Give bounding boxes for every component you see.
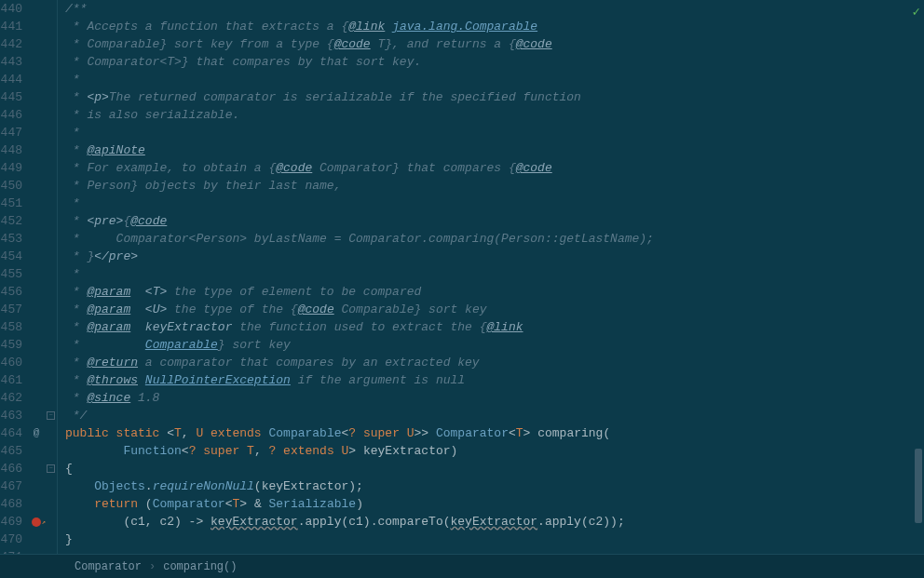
code-line[interactable]: * Comparator<T>} that compares by that s…: [65, 53, 924, 71]
fold-toggle[interactable]: −: [45, 460, 57, 477]
fold-toggle: [45, 265, 57, 283]
code-line[interactable]: *: [65, 195, 924, 212]
gutter-mark: [28, 371, 45, 389]
gutter-mark: [28, 531, 45, 548]
breadcrumb-separator: ›: [149, 560, 156, 573]
code-line[interactable]: */: [65, 407, 924, 424]
gutter-mark: [28, 354, 45, 371]
line-number: 464: [0, 424, 22, 442]
code-line[interactable]: return (Comparator<T> & Serializable): [65, 495, 924, 513]
fold-minus-icon[interactable]: −: [47, 411, 55, 420]
code-editor[interactable]: 4404414424434444454464474484494504514524…: [0, 0, 924, 554]
fold-toggle: [45, 141, 57, 159]
code-line[interactable]: * Comparator<Person> byLastName = Compar…: [65, 230, 924, 248]
line-number: 448: [0, 141, 22, 159]
fold-gutter[interactable]: −−: [45, 0, 58, 554]
code-line[interactable]: * @throws NullPointerException if the ar…: [65, 371, 924, 389]
line-number: 460: [0, 354, 22, 371]
line-number: 440: [0, 0, 22, 18]
code-line[interactable]: * @since 1.8: [65, 389, 924, 407]
line-number: 458: [0, 318, 22, 336]
line-number-gutter: 4404414424434444454464474484494504514524…: [0, 0, 28, 554]
code-line[interactable]: *: [65, 265, 924, 283]
code-line[interactable]: (c1, c2) -> keyExtractor.apply(c1).compa…: [65, 513, 924, 531]
code-line[interactable]: * Person} objects by their last name,: [65, 177, 924, 195]
code-line[interactable]: }: [65, 531, 924, 548]
fold-toggle: [45, 18, 57, 35]
fold-toggle: [45, 513, 57, 531]
gutter-mark: [28, 336, 45, 354]
fold-toggle: [45, 354, 57, 371]
gutter-mark: [28, 71, 45, 88]
gutter-mark: [28, 230, 45, 248]
line-number: 442: [0, 35, 22, 53]
gutter-mark: [28, 389, 45, 407]
fold-toggle: [45, 389, 57, 407]
line-number: 469: [0, 513, 22, 531]
fold-toggle: [45, 35, 57, 53]
code-line[interactable]: public static <T, U extends Comparable<?…: [65, 424, 924, 442]
fold-toggle: [45, 248, 57, 265]
code-line[interactable]: * @apiNote: [65, 141, 924, 159]
line-number: 466: [0, 460, 22, 477]
fold-minus-icon[interactable]: −: [47, 464, 55, 473]
gutter-mark: [28, 477, 45, 495]
code-line[interactable]: * }</pre>: [65, 248, 924, 265]
code-line[interactable]: * For example, to obtain a {@code Compar…: [65, 159, 924, 177]
fold-toggle: [45, 424, 57, 442]
code-line[interactable]: * is also serializable.: [65, 106, 924, 124]
code-line[interactable]: * Accepts a function that extracts a {@l…: [65, 18, 924, 35]
line-number: 441: [0, 18, 22, 35]
code-line[interactable]: * <p>The returned comparator is serializ…: [65, 88, 924, 106]
code-area[interactable]: /** * Accepts a function that extracts a…: [58, 0, 924, 554]
fold-toggle: [45, 495, 57, 513]
gutter-mark: [28, 159, 45, 177]
line-number: 462: [0, 389, 22, 407]
gutter-mark: [28, 407, 45, 424]
code-line[interactable]: * <pre>{@code: [65, 212, 924, 230]
gutter-mark: [28, 53, 45, 71]
code-line[interactable]: *: [65, 71, 924, 88]
line-number: 449: [0, 159, 22, 177]
line-number: 447: [0, 124, 22, 141]
line-number: 467: [0, 477, 22, 495]
code-line[interactable]: Function<? super T, ? extends U> keyExtr…: [65, 442, 924, 460]
inspection-ok-icon[interactable]: ✓: [913, 4, 920, 20]
gutter-mark: [28, 248, 45, 265]
line-number: 455: [0, 265, 22, 283]
breakpoint-icon[interactable]: [28, 513, 45, 531]
fold-toggle: [45, 212, 57, 230]
gutter-mark: [28, 283, 45, 301]
vertical-scrollbar[interactable]: [913, 0, 922, 554]
fold-toggle[interactable]: −: [45, 407, 57, 424]
scroll-thumb[interactable]: [915, 449, 922, 523]
code-line[interactable]: {: [65, 460, 924, 477]
fold-toggle: [45, 318, 57, 336]
code-line[interactable]: * Comparable} sort key from a type {@cod…: [65, 35, 924, 53]
code-line[interactable]: /**: [65, 0, 924, 18]
code-line[interactable]: *: [65, 124, 924, 141]
code-line[interactable]: * @param keyExtractor the function used …: [65, 318, 924, 336]
line-number: 445: [0, 88, 22, 106]
line-number: 468: [0, 495, 22, 513]
marks-gutter[interactable]: @: [28, 0, 45, 554]
fold-toggle: [45, 371, 57, 389]
code-line[interactable]: * @param <T> the type of element to be c…: [65, 283, 924, 301]
breadcrumb-item[interactable]: Comparator: [75, 560, 142, 573]
override-icon[interactable]: @: [28, 424, 45, 442]
fold-toggle: [45, 195, 57, 212]
code-line[interactable]: * Comparable} sort key: [65, 336, 924, 354]
fold-toggle: [45, 477, 57, 495]
fold-toggle: [45, 124, 57, 141]
code-line[interactable]: Objects.requireNonNull(keyExtractor);: [65, 477, 924, 495]
fold-toggle: [45, 106, 57, 124]
breadcrumb-item[interactable]: comparing(): [163, 560, 237, 573]
fold-toggle: [45, 0, 57, 18]
code-line[interactable]: * @param <U> the type of the {@code Comp…: [65, 301, 924, 318]
breadcrumb[interactable]: Comparator › comparing(): [0, 554, 924, 578]
code-line[interactable]: * @return a comparator that compares by …: [65, 354, 924, 371]
fold-toggle: [45, 442, 57, 460]
fold-toggle: [45, 531, 57, 548]
line-number: 444: [0, 71, 22, 88]
gutter-mark: [28, 495, 45, 513]
